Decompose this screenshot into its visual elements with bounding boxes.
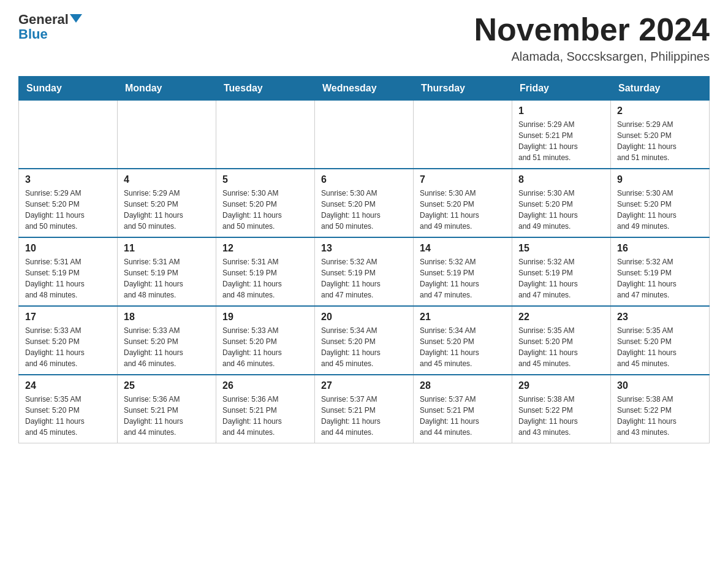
- logo: General Blue: [18, 12, 82, 42]
- calendar-cell: 14Sunrise: 5:32 AM Sunset: 5:19 PM Dayli…: [414, 237, 512, 306]
- calendar-cell: 15Sunrise: 5:32 AM Sunset: 5:19 PM Dayli…: [512, 237, 611, 306]
- day-info: Sunrise: 5:35 AM Sunset: 5:20 PM Dayligh…: [518, 325, 604, 369]
- day-info: Sunrise: 5:32 AM Sunset: 5:19 PM Dayligh…: [518, 256, 604, 301]
- day-number: 24: [25, 380, 111, 391]
- day-number: 22: [518, 312, 604, 323]
- day-info: Sunrise: 5:35 AM Sunset: 5:20 PM Dayligh…: [25, 394, 111, 438]
- day-info: Sunrise: 5:33 AM Sunset: 5:20 PM Dayligh…: [124, 325, 210, 369]
- day-info: Sunrise: 5:29 AM Sunset: 5:20 PM Dayligh…: [617, 119, 703, 163]
- location: Alamada, Soccsksargen, Philippines: [474, 50, 710, 64]
- calendar-cell: 28Sunrise: 5:37 AM Sunset: 5:21 PM Dayli…: [414, 375, 512, 443]
- day-info: Sunrise: 5:30 AM Sunset: 5:20 PM Dayligh…: [420, 188, 506, 232]
- calendar-cell: 8Sunrise: 5:30 AM Sunset: 5:20 PM Daylig…: [512, 169, 611, 237]
- day-number: 3: [25, 174, 111, 185]
- day-info: Sunrise: 5:32 AM Sunset: 5:19 PM Dayligh…: [420, 256, 506, 301]
- calendar-cell: 23Sunrise: 5:35 AM Sunset: 5:20 PM Dayli…: [611, 306, 710, 375]
- day-info: Sunrise: 5:34 AM Sunset: 5:20 PM Dayligh…: [420, 325, 506, 369]
- calendar-cell: 27Sunrise: 5:37 AM Sunset: 5:21 PM Dayli…: [315, 375, 414, 443]
- day-number: 14: [420, 243, 506, 254]
- calendar-week-row: 1Sunrise: 5:29 AM Sunset: 5:21 PM Daylig…: [19, 101, 710, 169]
- day-info: Sunrise: 5:34 AM Sunset: 5:20 PM Dayligh…: [321, 325, 407, 369]
- calendar-header-wednesday: Wednesday: [315, 77, 414, 101]
- day-info: Sunrise: 5:31 AM Sunset: 5:19 PM Dayligh…: [25, 256, 111, 301]
- calendar-cell: [118, 101, 216, 169]
- day-info: Sunrise: 5:38 AM Sunset: 5:22 PM Dayligh…: [518, 394, 604, 438]
- day-info: Sunrise: 5:29 AM Sunset: 5:21 PM Dayligh…: [518, 119, 604, 163]
- calendar-week-row: 3Sunrise: 5:29 AM Sunset: 5:20 PM Daylig…: [19, 169, 710, 237]
- day-info: Sunrise: 5:31 AM Sunset: 5:19 PM Dayligh…: [222, 256, 308, 301]
- calendar-cell: 7Sunrise: 5:30 AM Sunset: 5:20 PM Daylig…: [414, 169, 512, 237]
- day-info: Sunrise: 5:35 AM Sunset: 5:20 PM Dayligh…: [617, 325, 703, 369]
- calendar-header-tuesday: Tuesday: [216, 77, 315, 101]
- calendar-cell: [315, 101, 414, 169]
- calendar-cell: 24Sunrise: 5:35 AM Sunset: 5:20 PM Dayli…: [19, 375, 118, 443]
- day-number: 6: [321, 174, 407, 185]
- day-info: Sunrise: 5:33 AM Sunset: 5:20 PM Dayligh…: [222, 325, 308, 369]
- calendar-table: SundayMondayTuesdayWednesdayThursdayFrid…: [18, 76, 710, 443]
- day-number: 10: [25, 243, 111, 254]
- day-number: 5: [222, 174, 308, 185]
- calendar-cell: 11Sunrise: 5:31 AM Sunset: 5:19 PM Dayli…: [118, 237, 216, 306]
- day-info: Sunrise: 5:30 AM Sunset: 5:20 PM Dayligh…: [518, 188, 604, 232]
- calendar-cell: 20Sunrise: 5:34 AM Sunset: 5:20 PM Dayli…: [315, 306, 414, 375]
- day-info: Sunrise: 5:29 AM Sunset: 5:20 PM Dayligh…: [25, 188, 111, 232]
- calendar-cell: 26Sunrise: 5:36 AM Sunset: 5:21 PM Dayli…: [216, 375, 315, 443]
- day-number: 17: [25, 312, 111, 323]
- calendar-cell: 9Sunrise: 5:30 AM Sunset: 5:20 PM Daylig…: [611, 169, 710, 237]
- calendar-header-friday: Friday: [512, 77, 611, 101]
- day-number: 26: [222, 380, 308, 391]
- calendar-cell: 19Sunrise: 5:33 AM Sunset: 5:20 PM Dayli…: [216, 306, 315, 375]
- calendar-cell: 21Sunrise: 5:34 AM Sunset: 5:20 PM Dayli…: [414, 306, 512, 375]
- calendar-header-thursday: Thursday: [414, 77, 512, 101]
- calendar-header-row: SundayMondayTuesdayWednesdayThursdayFrid…: [19, 77, 710, 101]
- calendar-cell: 5Sunrise: 5:30 AM Sunset: 5:20 PM Daylig…: [216, 169, 315, 237]
- day-number: 23: [617, 312, 703, 323]
- logo-general-text: General: [18, 12, 69, 27]
- day-number: 28: [420, 380, 506, 391]
- calendar-cell: [19, 101, 118, 169]
- day-number: 19: [222, 312, 308, 323]
- calendar-cell: 18Sunrise: 5:33 AM Sunset: 5:20 PM Dayli…: [118, 306, 216, 375]
- day-number: 29: [518, 380, 604, 391]
- calendar-cell: 17Sunrise: 5:33 AM Sunset: 5:20 PM Dayli…: [19, 306, 118, 375]
- calendar-cell: 2Sunrise: 5:29 AM Sunset: 5:20 PM Daylig…: [611, 101, 710, 169]
- calendar-header-sunday: Sunday: [19, 77, 118, 101]
- day-number: 12: [222, 243, 308, 254]
- month-title: November 2024: [474, 12, 710, 47]
- day-number: 25: [124, 380, 210, 391]
- day-number: 7: [420, 174, 506, 185]
- day-info: Sunrise: 5:29 AM Sunset: 5:20 PM Dayligh…: [124, 188, 210, 232]
- logo-triangle-icon: [70, 14, 82, 23]
- day-info: Sunrise: 5:36 AM Sunset: 5:21 PM Dayligh…: [124, 394, 210, 438]
- day-number: 13: [321, 243, 407, 254]
- calendar-header-saturday: Saturday: [611, 77, 710, 101]
- day-info: Sunrise: 5:30 AM Sunset: 5:20 PM Dayligh…: [222, 188, 308, 232]
- day-info: Sunrise: 5:38 AM Sunset: 5:22 PM Dayligh…: [617, 394, 703, 438]
- day-number: 4: [124, 174, 210, 185]
- day-number: 27: [321, 380, 407, 391]
- header-right: November 2024 Alamada, Soccsksargen, Phi…: [474, 12, 710, 64]
- day-info: Sunrise: 5:32 AM Sunset: 5:19 PM Dayligh…: [321, 256, 407, 301]
- day-number: 15: [518, 243, 604, 254]
- calendar-cell: 12Sunrise: 5:31 AM Sunset: 5:19 PM Dayli…: [216, 237, 315, 306]
- day-number: 8: [518, 174, 604, 185]
- calendar-cell: 22Sunrise: 5:35 AM Sunset: 5:20 PM Dayli…: [512, 306, 611, 375]
- day-number: 16: [617, 243, 703, 254]
- calendar-cell: 4Sunrise: 5:29 AM Sunset: 5:20 PM Daylig…: [118, 169, 216, 237]
- calendar-cell: 6Sunrise: 5:30 AM Sunset: 5:20 PM Daylig…: [315, 169, 414, 237]
- day-number: 20: [321, 312, 407, 323]
- logo-blue-text: Blue: [18, 26, 48, 42]
- day-info: Sunrise: 5:37 AM Sunset: 5:21 PM Dayligh…: [420, 394, 506, 438]
- calendar-week-row: 17Sunrise: 5:33 AM Sunset: 5:20 PM Dayli…: [19, 306, 710, 375]
- day-number: 18: [124, 312, 210, 323]
- day-info: Sunrise: 5:31 AM Sunset: 5:19 PM Dayligh…: [124, 256, 210, 301]
- calendar-cell: 25Sunrise: 5:36 AM Sunset: 5:21 PM Dayli…: [118, 375, 216, 443]
- day-number: 1: [518, 105, 604, 117]
- day-info: Sunrise: 5:33 AM Sunset: 5:20 PM Dayligh…: [25, 325, 111, 369]
- calendar-week-row: 24Sunrise: 5:35 AM Sunset: 5:20 PM Dayli…: [19, 375, 710, 443]
- day-number: 21: [420, 312, 506, 323]
- day-number: 11: [124, 243, 210, 254]
- calendar-cell: 16Sunrise: 5:32 AM Sunset: 5:19 PM Dayli…: [611, 237, 710, 306]
- calendar-week-row: 10Sunrise: 5:31 AM Sunset: 5:19 PM Dayli…: [19, 237, 710, 306]
- day-number: 2: [617, 105, 703, 117]
